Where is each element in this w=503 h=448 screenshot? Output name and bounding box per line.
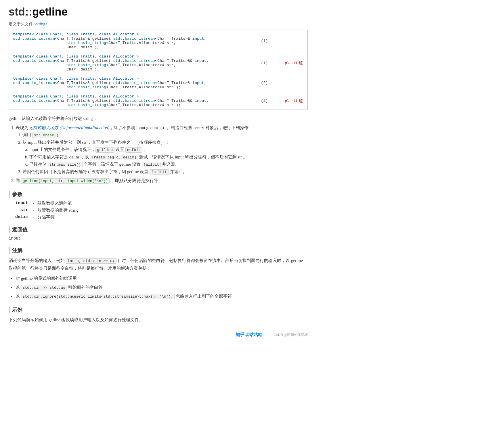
signature-row-3: template< class CharT, class Traits, cla…: [9, 74, 308, 92]
sig-num-4: (2): [256, 92, 273, 110]
signature-row-4: template< class CharT, class Traits, cla…: [9, 92, 308, 110]
param-dash-input: -: [32, 201, 37, 206]
return-value-section-title: 返回值: [9, 226, 308, 233]
getline-default-code: getline(input, str, input.widen('\n')): [21, 178, 110, 184]
str-erase-code: str.erase(): [32, 133, 60, 138]
description-block: getline 从输入流读取字符并将它们放进 string ： 表现为无格式输入…: [9, 115, 308, 185]
sig-version-1: [273, 30, 308, 52]
note-bullet-2: 以 std::cin >> std::ws 移除额外的空白符: [16, 284, 308, 291]
note-bullet-3: 以 std::cin.ignore(std::numeric_limits<st…: [16, 292, 308, 300]
sub-list-1: 调用 str.erase() 从 input 释出字符并后附它们到 str ，直…: [22, 131, 308, 175]
note-cin-ws-code: std::cin >> std::ws: [21, 285, 67, 290]
main-description-list: 表现为无格式输入函数 (UnformattedInputFunction)，除了…: [16, 124, 308, 185]
eofbit-code: eofbit: [125, 147, 142, 153]
page-title: std::getline: [9, 6, 308, 18]
desc-intro: getline 从输入流读取字符并将它们放进 string ：: [9, 116, 98, 121]
desc-item-1-2: 从 input 释出字符并后附它们到 str ，直至发生下列条件之一（按顺序检查…: [22, 139, 308, 168]
failbit-code-c: failbit: [142, 162, 161, 167]
return-value: input: [9, 236, 308, 241]
example-section-title: 示例: [9, 307, 308, 313]
param-row-str: str - 放置数据的目标 string: [9, 208, 308, 213]
desc-item-2: 同 getline(input, str, input.widen('\n'))…: [16, 177, 308, 185]
param-desc-str: 放置数据的目标 string: [37, 208, 79, 213]
sig-version-4: (C++11 起): [273, 92, 308, 110]
sig-num-1: (1): [256, 30, 273, 52]
desc-item-1-2-a: input 上的文件尾条件，该情况下，getline 设置 eofbit 。: [29, 146, 308, 154]
param-name-str: str: [9, 208, 32, 212]
params-section-title: 参数: [9, 191, 308, 198]
example-block: 下列代码演示如何用 getline 函数读取用户输入以及如何逐行处理文件。: [9, 316, 308, 324]
title-name: getline: [32, 6, 67, 18]
sig-code-1: template< class CharT, class Traits, cla…: [9, 30, 256, 52]
note-code-example: int n; std::cin >> n;: [66, 258, 116, 264]
signature-row-2: template< class CharT, class Traits, cla…: [9, 52, 308, 74]
param-desc-delim: 分隔字符: [37, 215, 55, 220]
sig-code-2: template< class CharT, class Traits, cla…: [9, 52, 256, 74]
traits-eq-code: Traits::eq(c, delim): [90, 155, 138, 160]
note-ignore-code: std::cin.ignore(std::numeric_limits<std:…: [21, 294, 175, 299]
sig-version-2: (C++11 起): [273, 52, 308, 74]
desc-item-1-1: 调用 str.erase(): [22, 131, 308, 139]
title-prefix: std::: [9, 6, 32, 18]
signature-table: template< class CharT, class Traits, cla…: [9, 30, 308, 110]
sig-num-2: (1): [256, 52, 273, 74]
sig-num-3: (2): [256, 74, 273, 92]
param-dash-delim: -: [32, 215, 37, 219]
footer-logos: 知乎 @咕咕咕 CSDN @阿华的保温杯: [9, 332, 308, 338]
sig-code-4: template< class CharT, class Traits, cla…: [9, 92, 256, 110]
sig-code-3: template< class CharT, class Traits, cla…: [9, 74, 256, 92]
zhihu-logo: 知乎 @咕咕咕: [236, 332, 262, 338]
sig-version-3: [273, 74, 308, 92]
param-dash-str: -: [32, 208, 37, 212]
param-row-delim: delim - 分隔字符: [9, 215, 308, 220]
param-name-input: input: [9, 201, 32, 206]
signature-row-1: template< class CharT, class Traits, cla…: [9, 30, 308, 52]
getline-code-a: getline: [95, 147, 115, 153]
failbit-code-3: failbit: [150, 169, 169, 175]
params-table: input - 获取数据来源的流 str - 放置数据的目标 string de…: [9, 201, 308, 220]
desc-item-1-2-b: 下个可用输入字符是 delim ，以 Traits::eq(c, delim) …: [29, 154, 308, 161]
alpha-list-1: input 上的文件尾条件，该情况下，getline 设置 eofbit 。 下…: [29, 146, 308, 168]
unformatted-input-link[interactable]: 无格式输入函数 (UnformattedInputFunction): [28, 125, 109, 130]
note-block: 消耗空白符分隔的输入（例如 int n; std::cin >> n; ）时，任…: [9, 257, 308, 300]
desc-item-1-3: 若因任何原因（不是舍弃的分隔符）没有释出字符，则 getline 设置 fail…: [22, 168, 308, 176]
desc-item-1: 表现为无格式输入函数 (UnformattedInputFunction)，除了…: [16, 124, 308, 176]
defined-in: 定义于头文件 <string>: [9, 22, 308, 27]
desc-item-1-2-c: 已经存储 str.max_size() 个字符，该情况下 getline 设置 …: [29, 161, 308, 168]
defined-in-label: 定义于头文件: [9, 22, 33, 26]
notes-section-title: 注解: [9, 247, 308, 254]
csdn-label: CSDN @阿华的保温杯: [274, 332, 308, 337]
defined-in-header[interactable]: <string>: [34, 22, 48, 26]
param-name-delim: delim: [9, 215, 32, 219]
str-maxsize-code: str.max_size(): [48, 162, 83, 167]
param-row-input: input - 获取数据来源的流: [9, 201, 308, 206]
notes-bullet-list: 对 getline 的显式的额外初始调用 以 std::cin >> std::…: [16, 275, 308, 300]
note-bullet-1: 对 getline 的显式的额外初始调用: [16, 275, 308, 282]
param-desc-input: 获取数据来源的流: [37, 201, 72, 206]
